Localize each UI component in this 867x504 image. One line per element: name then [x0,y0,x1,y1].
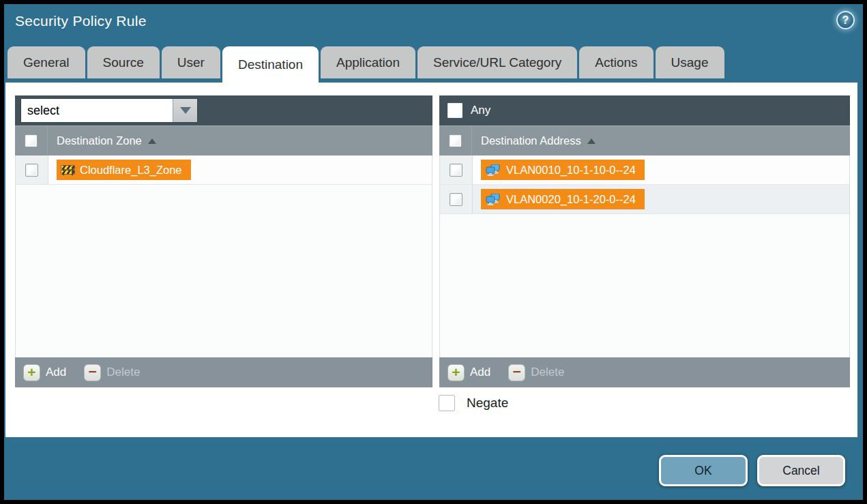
tab-bar: General Source User Destination Applicat… [8,46,724,83]
address-column-header: Destination Address [439,125,850,155]
sort-ascending-icon [587,138,596,144]
cancel-button[interactable]: Cancel [757,455,845,486]
add-icon: + [447,364,465,381]
zone-column-label[interactable]: Destination Zone [57,134,156,147]
add-icon: + [23,364,40,381]
zone-select-input[interactable]: select [21,99,173,122]
zone-add-button[interactable]: + Add [23,364,66,381]
negate-checkbox[interactable] [439,395,455,411]
zone-list-item: Cloudflare_L3_Zone [16,155,432,185]
zone-panel-footer: + Add − Delete [15,357,432,387]
address-row-checkbox-cell [440,185,473,213]
security-policy-rule-dialog: Security Policy Rule ? General Source Us… [0,0,867,504]
tab-destination[interactable]: Destination [222,46,319,83]
tab-general[interactable]: General [8,46,85,78]
address-any-label: Any [471,104,490,117]
address-chip-label: VLAN0010_10-1-10-0--24 [506,164,636,177]
destination-address-panel: Any Destination Address [439,95,850,387]
page-title: Security Policy Rule [15,13,147,29]
tab-application[interactable]: Application [321,46,415,78]
zone-column-header: Destination Zone [15,125,432,155]
address-add-label: Add [470,366,490,379]
zone-row-checkbox[interactable] [25,164,38,177]
zone-icon [61,165,74,175]
address-list-item: VLAN0020_10-1-20-0--24 [440,185,849,214]
tab-usage[interactable]: Usage [656,46,724,78]
address-any-bar: Any [439,95,850,125]
tab-actions[interactable]: Actions [579,46,653,78]
sort-ascending-icon [148,138,156,144]
negate-option: Negate [439,395,508,411]
zone-list: Cloudflare_L3_Zone [15,155,432,357]
zone-select-all-checkbox[interactable] [25,134,38,147]
address-chip-vlan0010[interactable]: VLAN0010_10-1-10-0--24 [481,160,645,180]
zone-select-combo: select [20,98,198,123]
address-select-all-checkbox[interactable] [449,134,462,147]
address-icon [486,194,501,205]
destination-zone-panel: select Destination Zone [15,95,432,387]
zone-select-all-cell [15,126,48,155]
delete-icon: − [508,364,525,381]
tab-service-url-category[interactable]: Service/URL Category [417,46,577,78]
address-chip-label: VLAN0020_10-1-20-0--24 [506,193,636,206]
delete-icon: − [84,364,101,381]
zone-filter-bar: select [15,95,432,125]
address-any-checkbox[interactable] [447,103,462,118]
address-column-label[interactable]: Destination Address [481,134,596,147]
tab-user[interactable]: User [162,46,220,78]
zone-delete-label: Delete [106,366,140,379]
address-row-checkbox[interactable] [450,164,462,177]
address-add-button[interactable]: + Add [447,364,490,381]
address-column-text: Destination Address [481,134,581,147]
zone-chip-cloudflare-l3-zone[interactable]: Cloudflare_L3_Zone [57,160,191,180]
address-list-item: VLAN0010_10-1-10-0--24 [440,155,849,185]
address-icon [486,164,501,176]
address-panel-footer: + Add − Delete [439,357,850,387]
address-chip-vlan0020[interactable]: VLAN0020_10-1-20-0--24 [481,189,645,209]
address-row-checkbox-cell [440,155,473,184]
zone-chip-label: Cloudflare_L3_Zone [80,164,182,177]
zone-add-label: Add [46,366,66,379]
dialog-body: Security Policy Rule ? General Source Us… [4,4,863,500]
chevron-down-icon [180,107,191,114]
address-delete-button[interactable]: − Delete [508,364,564,381]
zone-select-dropdown-button[interactable] [173,99,197,122]
ok-button[interactable]: OK [659,455,748,486]
zone-column-text: Destination Zone [57,134,142,147]
address-row-checkbox[interactable] [450,193,462,206]
address-list: VLAN0010_10-1-10-0--24 [439,155,850,357]
tab-source[interactable]: Source [87,46,160,78]
zone-delete-button[interactable]: − Delete [84,364,140,381]
help-icon[interactable]: ? [836,11,855,29]
destination-tab-content: select Destination Zone [5,83,857,437]
negate-label: Negate [467,396,508,411]
zone-row-checkbox-cell [16,155,48,184]
address-select-all-cell [439,126,472,155]
address-delete-label: Delete [531,366,564,379]
